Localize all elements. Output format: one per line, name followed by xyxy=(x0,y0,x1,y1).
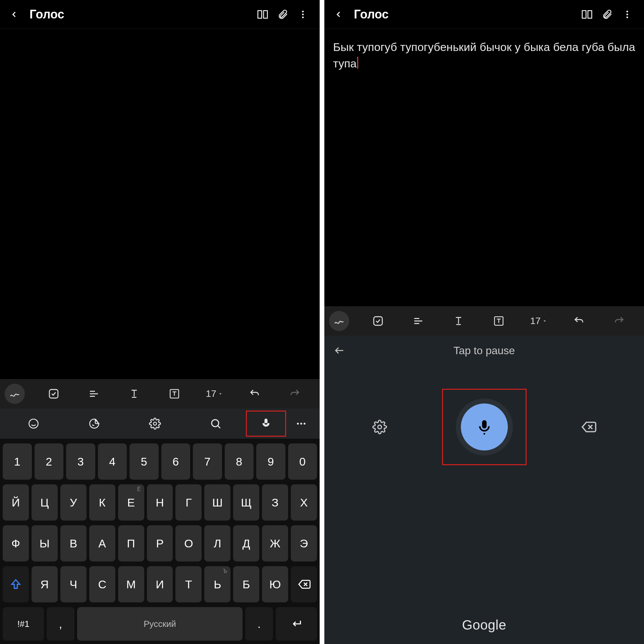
reader-mode-button[interactable] xyxy=(577,9,597,20)
voice-hint-text: Tap to pause xyxy=(345,344,623,357)
key-letter[interactable]: П xyxy=(118,525,144,561)
key-4[interactable]: 4 xyxy=(98,443,127,480)
mic-icon xyxy=(461,404,508,450)
key-letter[interactable]: И xyxy=(147,566,173,602)
more-options-button[interactable] xyxy=(286,409,316,439)
font-size-selector[interactable]: 17 xyxy=(194,379,234,409)
key-8[interactable]: 8 xyxy=(225,443,254,480)
key-backspace[interactable] xyxy=(291,566,317,602)
attach-button[interactable] xyxy=(273,9,293,20)
page-title: Голос xyxy=(30,7,253,21)
note-content[interactable]: Бык тупогуб тупогубенький бычок у быка б… xyxy=(324,29,644,306)
undo-button[interactable] xyxy=(234,379,275,409)
svg-rect-18 xyxy=(374,317,382,325)
undo-button[interactable] xyxy=(559,306,599,336)
key-letter[interactable]: Г xyxy=(175,484,202,521)
svg-point-1 xyxy=(302,13,304,15)
handwriting-button[interactable] xyxy=(329,311,349,331)
more-button[interactable] xyxy=(617,9,637,19)
back-button[interactable] xyxy=(9,10,23,19)
key-letter[interactable]: О xyxy=(175,525,202,561)
settings-button[interactable] xyxy=(125,409,185,439)
key-letter[interactable]: ЕЁ xyxy=(118,484,144,521)
text-cursor xyxy=(357,57,358,69)
voice-settings-button[interactable] xyxy=(372,420,388,434)
key-0[interactable]: 0 xyxy=(288,443,317,480)
reader-mode-button[interactable] xyxy=(253,9,273,20)
key-6[interactable]: 6 xyxy=(161,443,191,480)
key-3[interactable]: 3 xyxy=(66,443,95,480)
text-format-button[interactable] xyxy=(438,306,479,336)
note-content-empty[interactable] xyxy=(0,29,320,379)
key-7[interactable]: 7 xyxy=(193,443,222,480)
phone-left: Голос 17 xyxy=(0,0,320,644)
text-style-button[interactable] xyxy=(74,379,114,409)
voice-delete-button[interactable] xyxy=(580,419,596,435)
key-letter[interactable]: Д xyxy=(233,525,259,561)
emoji-button[interactable] xyxy=(3,409,64,439)
key-5[interactable]: 5 xyxy=(129,443,159,480)
key-letter[interactable]: В xyxy=(60,525,87,561)
key-letter[interactable]: Л xyxy=(204,525,230,561)
back-button[interactable] xyxy=(334,10,347,19)
keyboard-row-bottom: !#1 , Русский . xyxy=(2,607,318,641)
key-2[interactable]: 2 xyxy=(35,443,64,480)
text-box-button[interactable] xyxy=(479,306,519,336)
text-box-button[interactable] xyxy=(154,379,195,409)
text-style-button[interactable] xyxy=(398,306,438,336)
text-format-button[interactable] xyxy=(114,379,154,409)
key-9[interactable]: 9 xyxy=(256,443,285,480)
keyboard-row-1: Й Ц У К ЕЁ Н Г Ш Щ З Х xyxy=(2,484,318,521)
keyboard: 1 2 3 4 5 6 7 8 9 0 Й Ц У К ЕЁ Н Г Ш Щ З… xyxy=(0,439,320,644)
key-letter[interactable]: А xyxy=(89,525,115,561)
voice-mic-button[interactable] xyxy=(456,398,513,455)
key-shift[interactable] xyxy=(3,566,29,602)
key-letter[interactable]: Р xyxy=(147,525,173,561)
sticker-button[interactable] xyxy=(64,409,125,439)
handwriting-button[interactable] xyxy=(5,384,25,404)
key-letter[interactable]: Б xyxy=(233,566,259,602)
svg-point-14 xyxy=(304,423,306,425)
more-button[interactable] xyxy=(293,9,313,19)
key-letter[interactable]: Ф xyxy=(3,525,29,561)
key-1[interactable]: 1 xyxy=(3,443,32,480)
key-letter[interactable]: У xyxy=(60,484,87,521)
key-letter[interactable]: Ж xyxy=(262,525,288,561)
key-letter[interactable]: Т xyxy=(175,566,202,602)
key-letter[interactable]: Ш xyxy=(204,484,230,521)
font-size-selector[interactable]: 17 xyxy=(519,306,559,336)
key-letter[interactable]: З xyxy=(262,484,288,521)
key-letter[interactable]: Щ xyxy=(233,484,259,521)
checkbox-button[interactable] xyxy=(358,306,398,336)
voice-input-button[interactable] xyxy=(246,411,286,437)
key-period[interactable]: . xyxy=(245,607,273,641)
key-letter[interactable]: Н xyxy=(147,484,173,521)
key-space[interactable]: Русский xyxy=(77,607,243,641)
key-letter[interactable]: Я xyxy=(32,566,58,602)
search-button[interactable] xyxy=(185,409,246,439)
checkbox-button[interactable] xyxy=(34,379,74,409)
attach-button[interactable] xyxy=(597,9,617,20)
key-letter[interactable]: М xyxy=(118,566,144,602)
svg-point-24 xyxy=(378,425,381,429)
key-comma[interactable]: , xyxy=(47,607,74,641)
key-letter[interactable]: Э xyxy=(291,525,317,561)
phone-right: Голос Бык тупогуб тупогубенький бычок у … xyxy=(324,0,644,644)
key-letter[interactable]: Ы xyxy=(32,525,58,561)
svg-point-0 xyxy=(302,10,304,12)
voice-hint-bar: Tap to pause xyxy=(324,336,644,365)
key-enter[interactable] xyxy=(276,607,317,641)
keyboard-row-2: Ф Ы В А П Р О Л Д Ж Э xyxy=(2,525,318,561)
svg-point-8 xyxy=(29,419,38,428)
key-letter[interactable]: Й xyxy=(3,484,29,521)
key-symbols[interactable]: !#1 xyxy=(3,607,44,641)
key-letter[interactable]: Ч xyxy=(60,566,87,602)
key-letter[interactable]: ЬЪ xyxy=(204,566,230,602)
key-letter[interactable]: Х xyxy=(291,484,317,521)
voice-back-button[interactable] xyxy=(334,345,345,356)
app-header: Голос xyxy=(324,0,644,29)
key-letter[interactable]: Ц xyxy=(32,484,58,521)
key-letter[interactable]: К xyxy=(89,484,115,521)
key-letter[interactable]: Ю xyxy=(262,566,288,602)
key-letter[interactable]: С xyxy=(89,566,115,602)
